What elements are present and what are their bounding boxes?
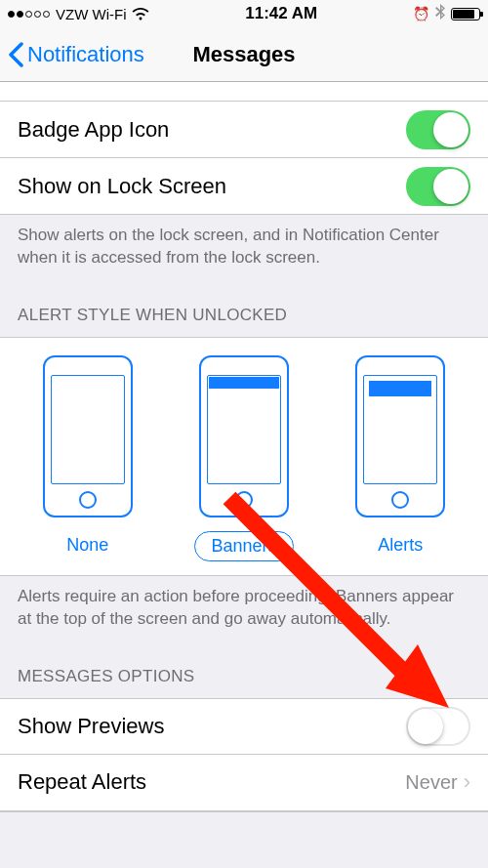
wifi-icon (132, 7, 149, 21)
status-right: ⏰ (413, 4, 480, 23)
phone-preview-none (43, 355, 133, 517)
alert-style-none[interactable]: None (43, 355, 133, 561)
messages-options-header: MESSAGES OPTIONS (0, 644, 488, 698)
badge-toggle[interactable] (406, 110, 470, 149)
badge-label: Badge App Icon (18, 117, 169, 143)
phone-preview-alerts (355, 355, 445, 517)
chevron-right-icon: › (464, 769, 470, 795)
status-bar: VZW Wi-Fi 11:42 AM ⏰ (0, 0, 488, 27)
repeat-alerts-row[interactable]: Repeat Alerts Never › (0, 755, 488, 811)
alert-style-picker: None Banners Alerts (0, 337, 488, 576)
carrier-label: VZW Wi-Fi (56, 6, 126, 22)
lock-screen-label: Show on Lock Screen (18, 174, 226, 199)
repeat-alerts-label: Repeat Alerts (18, 769, 146, 795)
phone-preview-banners (199, 355, 289, 517)
back-label: Notifications (27, 42, 144, 67)
alert-style-header: ALERT STYLE WHEN UNLOCKED (0, 283, 488, 337)
show-previews-label: Show Previews (18, 714, 164, 739)
bluetooth-icon (435, 4, 445, 23)
signal-strength-icon (8, 11, 50, 18)
show-previews-row: Show Previews (0, 698, 488, 755)
status-left: VZW Wi-Fi (8, 6, 149, 22)
lock-screen-row: Show on Lock Screen (0, 158, 488, 215)
chevron-left-icon (8, 42, 23, 67)
back-button[interactable]: Notifications (8, 42, 144, 67)
badge-app-icon-row: Badge App Icon (0, 102, 488, 158)
alert-style-banners-label: Banners (194, 531, 293, 561)
lock-screen-toggle[interactable] (406, 167, 470, 206)
alert-style-footer: Alerts require an action before proceedi… (0, 576, 488, 644)
alert-style-none-label: None (51, 531, 124, 559)
alert-style-alerts[interactable]: Alerts (355, 355, 445, 561)
clock-label: 11:42 AM (245, 4, 317, 23)
battery-icon (451, 8, 480, 21)
alarm-icon: ⏰ (413, 6, 429, 21)
repeat-alerts-value: Never › (405, 769, 470, 795)
show-previews-toggle[interactable] (406, 707, 470, 746)
alert-style-banners[interactable]: Banners (194, 355, 293, 561)
alert-style-alerts-label: Alerts (362, 531, 438, 559)
nav-bar: Notifications Messages (0, 27, 488, 82)
sounds-row[interactable]: Sounds Bamboo› (0, 82, 488, 102)
lock-screen-footer: Show alerts on the lock screen, and in N… (0, 215, 488, 283)
